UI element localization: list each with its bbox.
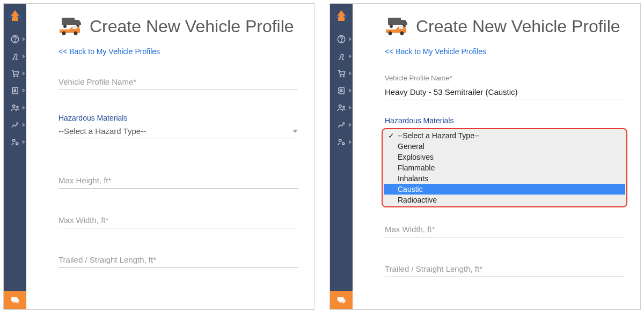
truck-icon	[385, 16, 411, 37]
hazmat-label: Hazardous Materials	[58, 114, 298, 122]
hazmat-option[interactable]: --Select a Hazard Type--✓	[384, 130, 625, 141]
chat-button[interactable]	[4, 291, 26, 309]
hazmat-option[interactable]: General	[384, 141, 625, 152]
nav-analytics[interactable]	[330, 116, 353, 133]
svg-point-30	[400, 32, 404, 35]
hazmat-dropdown: --Select a Hazard Type--✓GeneralExplosiv…	[382, 128, 627, 207]
svg-rect-31	[399, 26, 403, 29]
hazmat-option[interactable]: Flammable	[384, 162, 625, 173]
nav-routes[interactable]	[4, 48, 26, 65]
truck-icon	[58, 16, 84, 37]
hazmat-select[interactable]: --Select a Hazard Type--	[58, 124, 298, 138]
max-width-field[interactable]: Max Width, ft*	[385, 221, 624, 237]
profile-name-input[interactable]	[385, 84, 624, 100]
svg-point-23	[343, 106, 345, 108]
nav-address-book[interactable]	[4, 82, 26, 99]
page-title: Create New Vehicle Profile	[416, 17, 620, 36]
max-height-field[interactable]: Max Height, ft*	[58, 173, 298, 189]
svg-point-18	[340, 76, 341, 77]
svg-point-21	[341, 89, 342, 91]
svg-point-13	[62, 32, 66, 35]
svg-point-2	[13, 76, 14, 77]
sidebar	[4, 4, 26, 309]
svg-point-24	[339, 139, 342, 142]
profile-name-label: Vehicle Profile Name*	[385, 74, 624, 82]
nav-cart[interactable]	[330, 65, 353, 82]
trailed-length-field[interactable]: Trailed / Straight Length, ft*	[385, 261, 624, 277]
nav-help[interactable]	[4, 31, 26, 48]
trailed-length-field[interactable]: Trailed / Straight Length, ft*	[58, 252, 298, 268]
nav-help[interactable]	[330, 31, 353, 48]
svg-point-29	[389, 32, 392, 35]
svg-point-27	[390, 25, 393, 28]
svg-point-5	[14, 89, 16, 91]
svg-rect-26	[388, 18, 401, 25]
left-panel: Create New Vehicle Profile << Back to My…	[3, 3, 314, 310]
sidebar	[330, 4, 353, 309]
max-width-field[interactable]: Max Width, ft*	[58, 212, 298, 228]
app-logo-icon	[330, 4, 353, 31]
back-link[interactable]: << Back to My Vehicle Profiles	[385, 47, 486, 56]
svg-point-7	[17, 106, 18, 108]
left-content: Create New Vehicle Profile << Back to My…	[26, 4, 314, 309]
hazmat-option[interactable]: Inhalants	[384, 173, 625, 184]
hazmat-option[interactable]: Explosives	[384, 152, 625, 162]
nav-routes[interactable]	[330, 48, 353, 65]
hazmat-select-value: --Select a Hazard Type--	[58, 126, 292, 136]
app-logo-icon	[4, 4, 26, 31]
svg-point-22	[339, 105, 342, 108]
profile-name-field[interactable]: Vehicle Profile Name*	[58, 74, 298, 90]
back-link[interactable]: << Back to My Vehicle Profiles	[58, 47, 160, 56]
nav-drivers[interactable]	[4, 99, 26, 116]
check-icon: ✓	[388, 131, 394, 140]
nav-cart[interactable]	[4, 65, 26, 82]
right-panel: Create New Vehicle Profile << Back to My…	[330, 3, 641, 310]
svg-point-11	[63, 25, 67, 28]
svg-point-1	[14, 41, 15, 41]
right-content: Create New Vehicle Profile << Back to My…	[353, 4, 640, 309]
svg-point-17	[341, 41, 341, 41]
hazmat-label: Hazardous Materials	[385, 116, 624, 125]
svg-point-6	[13, 105, 16, 108]
svg-point-19	[343, 76, 344, 77]
nav-drivers[interactable]	[330, 99, 353, 116]
nav-settings[interactable]	[4, 133, 26, 151]
svg-rect-10	[62, 18, 75, 25]
nav-analytics[interactable]	[4, 116, 26, 133]
svg-point-8	[13, 139, 16, 142]
page-title: Create New Vehicle Profile	[90, 17, 294, 36]
hazmat-option[interactable]: Radioactive	[384, 195, 625, 205]
chevron-down-icon	[292, 130, 298, 133]
hazmat-option[interactable]: Caustic	[384, 184, 625, 195]
nav-settings[interactable]	[330, 133, 353, 151]
nav-address-book[interactable]	[330, 82, 353, 99]
chat-button[interactable]	[330, 291, 353, 309]
svg-rect-15	[72, 26, 77, 29]
svg-point-3	[17, 76, 18, 77]
svg-point-14	[74, 32, 78, 35]
